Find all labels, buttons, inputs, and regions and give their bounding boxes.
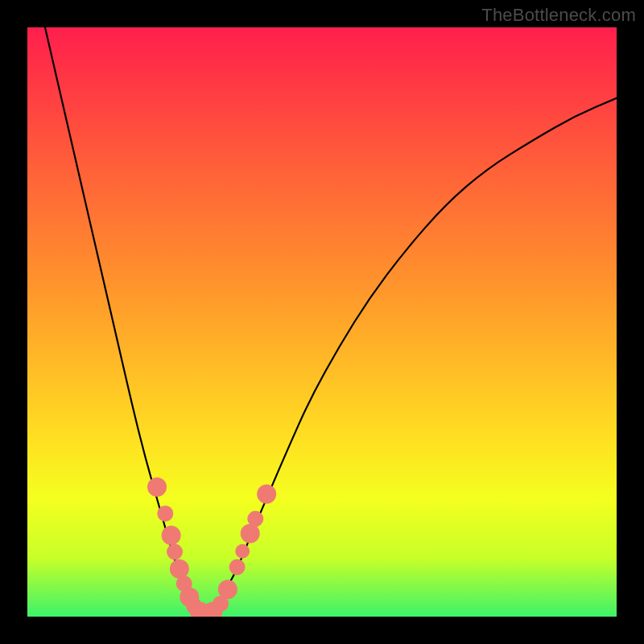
marker-bead [167, 543, 183, 559]
marker-bead [241, 524, 260, 543]
chart-svg [27, 27, 617, 617]
chart-frame: TheBottleneck.com [0, 0, 644, 644]
plot-area [27, 27, 617, 617]
marker-bead [157, 506, 173, 522]
watermark-text: TheBottleneck.com [481, 5, 636, 26]
marker-bead [235, 544, 250, 559]
curve-right-curve [204, 98, 617, 617]
marker-bead [170, 559, 189, 579]
beads-layer [147, 477, 276, 617]
marker-bead [162, 526, 181, 545]
marker-bead [229, 559, 246, 576]
marker-bead [257, 485, 276, 504]
marker-bead [218, 580, 237, 599]
curve-left-curve [45, 27, 204, 617]
curves-layer [45, 27, 617, 617]
marker-bead [247, 510, 263, 526]
marker-bead [147, 477, 167, 497]
